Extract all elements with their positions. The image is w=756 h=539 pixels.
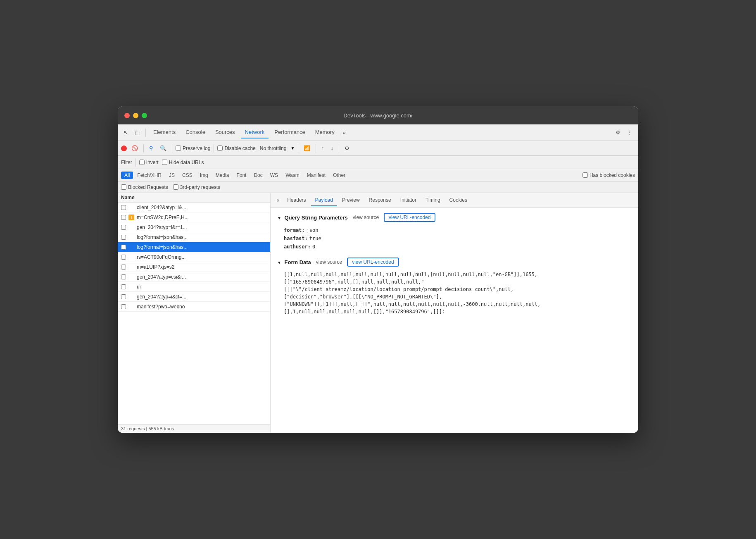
third-party-label[interactable]: 3rd-party requests (173, 184, 220, 190)
record-button[interactable] (121, 145, 127, 151)
download-button[interactable]: ↓ (329, 144, 336, 153)
table-row[interactable]: gen_204?atyp=i&r=1... (118, 222, 270, 232)
device-toggle-button[interactable]: ⬚ (132, 128, 142, 137)
table-row[interactable]: ! m=CnSW2d,DPreE,H... (118, 212, 270, 222)
filter-other[interactable]: Other (330, 172, 349, 179)
preserve-log-label[interactable]: Preserve log (176, 145, 210, 151)
main-content: Name client_204?&atyp=i&... ! m=CnSW2d,D… (118, 193, 638, 433)
wifi-settings-button[interactable]: 📶 (302, 144, 312, 153)
form-data-header: ▼ Form Data view source view URL-encoded (277, 258, 632, 267)
device-icon: ⬚ (135, 129, 140, 136)
maximize-button[interactable] (142, 113, 147, 118)
row-checkbox-2[interactable] (121, 215, 126, 220)
hide-data-urls-label[interactable]: Hide data URLs (162, 160, 204, 165)
collapse-triangle-1[interactable]: ▼ (277, 216, 281, 220)
request-name-8: gen_204?atyp=csi&r... (137, 274, 186, 280)
invert-label[interactable]: Invert (139, 160, 159, 165)
filter-label: Filter (121, 160, 132, 165)
table-row[interactable]: m=aLUfP?xjs=s2 (118, 262, 270, 272)
tab-performance[interactable]: Performance (270, 126, 309, 138)
query-view-url-encoded-button[interactable]: view URL-encoded (384, 213, 435, 222)
req-type-icon-1 (128, 205, 134, 210)
close-detail-button[interactable]: × (274, 196, 282, 205)
has-blocked-cookies-checkbox[interactable] (582, 172, 588, 178)
tab-response[interactable]: Response (365, 195, 395, 206)
tab-headers[interactable]: Headers (283, 195, 310, 206)
filter-css[interactable]: CSS (179, 172, 196, 179)
more-tabs-button[interactable]: » (340, 128, 348, 137)
row-checkbox-6[interactable] (121, 255, 126, 260)
row-checkbox-4[interactable] (121, 235, 126, 240)
cursor-tool-button[interactable]: ↖ (121, 128, 131, 137)
hide-data-urls-checkbox[interactable] (162, 160, 167, 165)
row-checkbox-10[interactable] (121, 294, 126, 299)
filter-bar: Filter Invert Hide data URLs (118, 156, 638, 169)
tab-payload[interactable]: Payload (311, 195, 337, 206)
filter-ws[interactable]: WS (267, 172, 281, 179)
tab-memory[interactable]: Memory (311, 126, 339, 138)
preserve-log-checkbox[interactable] (176, 145, 181, 151)
req-type-icon-9 (128, 284, 134, 290)
more-options-button[interactable]: ⋮ (625, 128, 635, 137)
search-button[interactable]: 🔍 (158, 144, 169, 153)
form-view-source-link[interactable]: view source (316, 259, 342, 265)
row-checkbox-9[interactable] (121, 284, 126, 289)
filter-manifest[interactable]: Manifest (304, 172, 329, 179)
net-separator-4 (298, 144, 298, 153)
settings-button[interactable]: ⚙ (613, 128, 623, 137)
table-row[interactable]: gen_204?atyp=csi&r... (118, 272, 270, 282)
tab-console[interactable]: Console (181, 126, 209, 138)
table-row[interactable]: manifest?pwa=webho (118, 302, 270, 312)
tab-preview[interactable]: Preview (338, 195, 364, 206)
filter-img[interactable]: Img (197, 172, 212, 179)
table-row[interactable]: log?format=json&has... (118, 242, 270, 252)
minimize-button[interactable] (133, 113, 138, 118)
collapse-triangle-2[interactable]: ▼ (277, 260, 281, 265)
disable-cache-checkbox[interactable] (217, 145, 223, 151)
row-checkbox-5[interactable] (121, 245, 126, 250)
row-checkbox-7[interactable] (121, 265, 126, 270)
no-throttling-select[interactable]: No throttling (258, 145, 288, 152)
invert-checkbox[interactable] (139, 160, 145, 165)
network-settings-button[interactable]: ⚙ (342, 144, 352, 153)
tab-initiator[interactable]: Initiator (396, 195, 421, 206)
tab-elements[interactable]: Elements (149, 126, 180, 138)
row-checkbox-8[interactable] (121, 274, 126, 279)
query-view-source-link[interactable]: view source (353, 215, 379, 220)
requests-panel: Name client_204?&atyp=i&... ! m=CnSW2d,D… (118, 193, 271, 433)
tab-sources[interactable]: Sources (211, 126, 239, 138)
third-party-checkbox[interactable] (173, 184, 178, 190)
row-checkbox-11[interactable] (121, 304, 126, 309)
filter-doc[interactable]: Doc (250, 172, 266, 179)
tab-cookies[interactable]: Cookies (445, 195, 471, 206)
table-row[interactable]: rs=ACT90oFqOrnng... (118, 252, 270, 262)
table-row[interactable]: log?format=json&has... (118, 232, 270, 242)
disable-cache-label[interactable]: Disable cache (217, 145, 255, 151)
filter-font[interactable]: Font (233, 172, 250, 179)
clear-button[interactable]: 🚫 (129, 144, 140, 153)
filter-js[interactable]: JS (166, 172, 178, 179)
network-toolbar: 🚫 ⚲ 🔍 Preserve log Disable cache No thro… (118, 141, 638, 156)
close-button[interactable] (124, 113, 130, 118)
filter-button[interactable]: ⚲ (147, 144, 155, 153)
blocked-requests-label[interactable]: Blocked Requests (121, 184, 168, 190)
table-row[interactable]: ui (118, 282, 270, 292)
row-checkbox-1[interactable] (121, 205, 126, 210)
form-data-value: [[1,null,null,null,null,null,null,null,n… (284, 271, 632, 315)
upload-button[interactable]: ↑ (319, 144, 326, 153)
form-view-url-encoded-button[interactable]: view URL-encoded (347, 258, 399, 267)
request-name-2: m=CnSW2d,DPreE,H... (137, 215, 189, 220)
row-checkbox-3[interactable] (121, 225, 126, 230)
table-row[interactable]: client_204?&atyp=i&... (118, 203, 270, 212)
net-separator-5 (316, 144, 316, 153)
tab-network[interactable]: Network (241, 126, 269, 138)
filter-wasm[interactable]: Wasm (282, 172, 303, 179)
filter-fetch-xhr[interactable]: Fetch/XHR (134, 172, 165, 179)
tab-timing[interactable]: Timing (421, 195, 445, 206)
blocked-requests-checkbox[interactable] (121, 184, 126, 190)
table-row[interactable]: gen_204?atyp=i&ct=... (118, 292, 270, 302)
has-blocked-cookies-label[interactable]: Has blocked cookies (582, 172, 635, 178)
filter-media[interactable]: Media (212, 172, 233, 179)
requests-footer: 31 requests | 555 kB trans (118, 424, 270, 433)
filter-all[interactable]: All (121, 172, 133, 179)
